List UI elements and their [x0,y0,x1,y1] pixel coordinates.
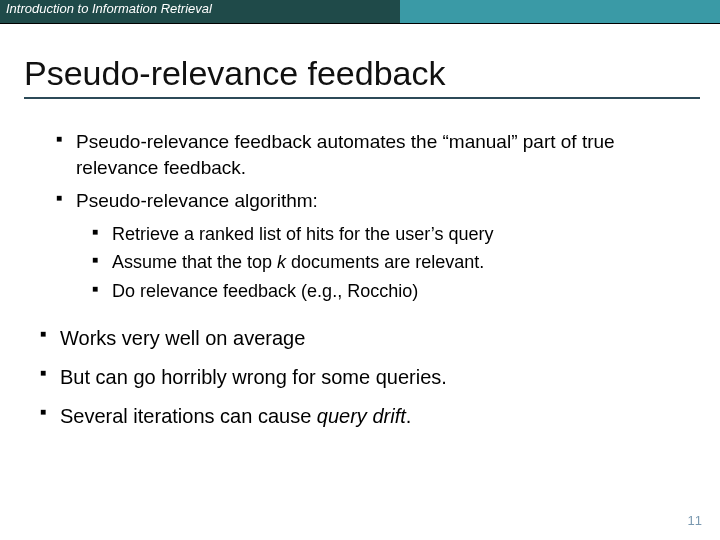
list-item: Do relevance feedback (e.g., Rocchio) [92,279,676,303]
sub-list: Retrieve a ranked list of hits for the u… [92,222,676,303]
course-title: Introduction to Information Retrieval [0,0,400,24]
list-item: Pseudo-relevance algorithm: [56,188,676,214]
list-item: But can go horribly wrong for some queri… [40,362,680,393]
page-number: 11 [688,513,702,528]
text: documents are relevant. [286,252,484,272]
text: Assume that the top [112,252,277,272]
title-underline [24,97,700,99]
content-upper: Pseudo-relevance feedback automates the … [0,105,720,303]
list-item: Works very well on average [40,323,680,354]
title-block: Pseudo-relevance feedback [0,24,720,105]
content-lower: Works very well on average But can go ho… [0,313,720,432]
text: Several iterations can cause [60,405,317,427]
slide-title: Pseudo-relevance feedback [24,54,700,93]
list-item: Retrieve a ranked list of hits for the u… [92,222,676,246]
list-item: Assume that the top k documents are rele… [92,250,676,274]
italic-query-drift: query drift [317,405,406,427]
header-accent [400,0,720,24]
text: . [406,405,412,427]
list-item: Several iterations can cause query drift… [40,401,680,432]
header-bar: Introduction to Information Retrieval [0,0,720,24]
slide: Introduction to Information Retrieval Ps… [0,0,720,540]
list-item: Pseudo-relevance feedback automates the … [56,129,676,180]
italic-k: k [277,252,286,272]
